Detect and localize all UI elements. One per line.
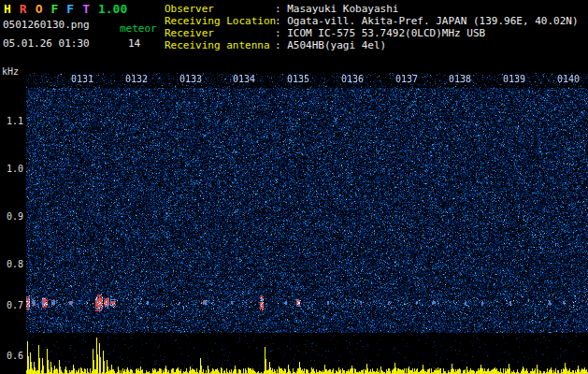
x-tick-label: 0133 xyxy=(179,74,202,84)
info-line: Observer: Masayuki Kobayashi xyxy=(165,3,579,15)
x-tick-label: 0131 xyxy=(71,74,93,84)
y-tick-label: 1.0 xyxy=(0,164,23,174)
hrofft-window: HROFFT1.00 0501260130.png meteor 05.01.2… xyxy=(0,0,588,374)
y-tick-label: 0.8 xyxy=(0,259,23,269)
output-filename: 0501260130.png xyxy=(3,19,90,31)
y-tick-label: 0.7 xyxy=(0,300,23,310)
y-axis-unit-label: kHz xyxy=(2,66,19,77)
y-tick-label: 0.9 xyxy=(0,211,23,222)
info-label: Observer xyxy=(165,3,275,15)
app-version-label: 1.00 xyxy=(98,2,127,16)
x-tick-label: 0137 xyxy=(395,74,418,84)
info-value: : Masayuki Kobayashi xyxy=(275,3,398,15)
meteor-mode-label: meteor xyxy=(120,22,157,35)
observation-datetime: 05.01.26 01:30 xyxy=(3,37,90,50)
logo-letter: T xyxy=(82,2,90,16)
y-tick-label: 0.6 xyxy=(0,351,23,361)
station-info: Observer: Masayuki KobayashiReceiving Lo… xyxy=(165,3,579,51)
info-value: : Ogata-vill. Akita-Pref. JAPAN (139.96E… xyxy=(275,15,579,27)
y-tick-label: 1.1 xyxy=(0,116,23,126)
logo-letter: O xyxy=(36,2,43,16)
meteor-count-value: 14 xyxy=(128,37,140,50)
x-tick-label: 0135 xyxy=(287,74,309,84)
x-tick-label: 0139 xyxy=(503,74,525,84)
x-tick-label: 0134 xyxy=(233,74,255,84)
info-value: : ICOM IC-575 53.7492(0LCD)MHz USB xyxy=(275,27,485,39)
x-tick-label: 0140 xyxy=(557,74,580,84)
info-label: Receiver xyxy=(165,27,275,39)
x-tick-label: 0132 xyxy=(125,74,148,84)
logo-letter: F xyxy=(66,2,74,16)
info-value: : A504HB(yagi 4el) xyxy=(275,39,386,51)
info-label: Receiving Location xyxy=(165,15,275,27)
logo-letter: H xyxy=(4,2,11,16)
info-line: Receiving antenna: A504HB(yagi 4el) xyxy=(165,39,579,51)
x-tick-label: 0138 xyxy=(449,74,471,84)
logo-letter: F xyxy=(50,2,58,16)
app-logo: HROFFT1.00 xyxy=(4,2,127,16)
logo-letter: R xyxy=(20,2,27,16)
spectrogram-canvas xyxy=(26,65,588,374)
x-tick-label: 0136 xyxy=(341,74,364,84)
info-line: Receiving Location: Ogata-vill. Akita-Pr… xyxy=(165,15,579,27)
app-logo-letters: HROFFT xyxy=(4,2,98,16)
info-label: Receiving antenna xyxy=(165,39,275,51)
info-line: Receiver: ICOM IC-575 53.7492(0LCD)MHz U… xyxy=(165,27,579,39)
